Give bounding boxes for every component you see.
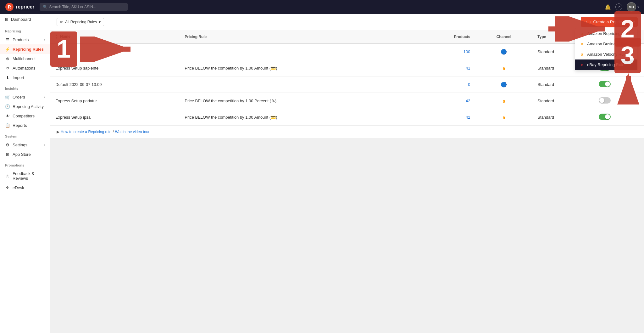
multichannel-icon: ⊕ (5, 56, 10, 61)
dropdown-amazon-business[interactable]: a Amazon Business Rule (575, 39, 637, 49)
row2-channel: a (475, 60, 532, 76)
create-button-group: + + Create a Repricer ▾ a Amazon Reprici… (581, 17, 638, 27)
help-icon[interactable]: ? (615, 3, 622, 10)
row3-channel-icon: 🔵 (501, 82, 507, 87)
row1-name (50, 43, 180, 60)
table-header-row: ▲▼ Name Pricing Rule Products Channel (50, 30, 644, 43)
sidebar-item-repricing-rules[interactable]: ⚡ Repricing Rules (0, 44, 50, 54)
table-row: Express Setup sapiente Price BELOW the c… (50, 60, 644, 76)
dropdown-amazon-velocity[interactable]: a Amazon Velocity Rule (575, 49, 637, 59)
dropdown-amazon-repricing[interactable]: a Amazon Repricing Rule (575, 28, 637, 39)
sidebar-item-competitors[interactable]: 👁 Competitors (0, 111, 50, 121)
row3-status[interactable] (594, 76, 644, 93)
sidebar-item-products[interactable]: ☰ Products › (0, 35, 50, 44)
sidebar-item-orders[interactable]: 🛒 Orders › (0, 92, 50, 102)
svg-text:R: R (8, 4, 11, 9)
avatar-chevron-icon: ▾ (637, 5, 639, 9)
sidebar-section-insights: Insights (0, 82, 50, 92)
footer-video-link[interactable]: Watch the video tour (115, 130, 150, 134)
sidebar-item-edesk[interactable]: ✈ eDesk (0, 183, 50, 192)
row2-type-label: Standard (537, 66, 554, 71)
row5-toggle[interactable] (599, 114, 611, 120)
footer-icon: ▶ (57, 130, 59, 134)
row1-channel-icon: 🔵 (501, 49, 507, 54)
logo: R repricer (5, 3, 35, 11)
table-row: 100 🔵 Standard (50, 43, 644, 60)
row5-name[interactable]: Express Setup ipsa (50, 109, 180, 126)
row5-products-count: 42 (466, 115, 470, 120)
row5-status[interactable] (594, 109, 644, 126)
amazon-business-label: Amazon Business Rule (587, 42, 629, 46)
th-name[interactable]: ▲▼ Name (50, 30, 180, 43)
dashboard-label: Dashboard (11, 17, 31, 22)
row3-name[interactable]: Default 2022-09-07 13:09 (50, 76, 180, 93)
sidebar-item-reports[interactable]: 📋 Reports (0, 121, 50, 130)
row4-name[interactable]: Express Setup pariatur (50, 93, 180, 109)
search-bar[interactable]: 🔍 (40, 3, 128, 11)
sidebar-item-feedback-reviews[interactable]: ☆ Feedback & Reviews (0, 169, 50, 183)
sidebar-item-multichannel[interactable]: ⊕ Multichannel (0, 54, 50, 63)
settings-label: Settings (13, 143, 42, 147)
row4-products-count: 42 (466, 99, 470, 103)
row5-pricing-rule-close: ) (276, 115, 277, 120)
search-input[interactable] (49, 5, 119, 9)
sidebar-item-dashboard[interactable]: ⊞ Dashboard (0, 14, 50, 25)
row4-type-label: Standard (537, 99, 554, 103)
row3-channel: 🔵 (475, 76, 532, 93)
sidebar-item-settings[interactable]: ⚙ Settings › (0, 140, 50, 150)
search-icon: 🔍 (43, 5, 47, 9)
bell-icon[interactable]: 🔔 (605, 4, 611, 10)
sidebar-item-automations[interactable]: ↻ Automations (0, 63, 50, 73)
orders-arrow-icon: › (44, 95, 45, 99)
ebay-repricing-icon: e (580, 63, 585, 67)
row3-toggle[interactable] (599, 81, 611, 87)
edesk-icon: ✈ (5, 185, 10, 190)
app-store-icon: ⊞ (5, 152, 10, 157)
row5-pricing-rule: Price BELOW the competition by 1.00 Amou… (180, 109, 415, 126)
row1-products[interactable]: 100 (415, 43, 475, 60)
row3-products[interactable]: 0 (415, 76, 475, 93)
avatar: MD (627, 2, 636, 12)
row5-products[interactable]: 42 (415, 109, 475, 126)
settings-arrow-icon: › (44, 143, 45, 147)
row4-toggle[interactable] (599, 97, 611, 104)
sidebar-item-import[interactable]: ⬇ Import (0, 73, 50, 82)
row5-type: Standard (532, 109, 593, 126)
sidebar-section-repricing: Repricing (0, 25, 50, 35)
import-label: Import (13, 75, 45, 80)
create-repricer-dropdown-button[interactable]: ▾ (630, 17, 638, 27)
dropdown-ebay-repricing[interactable]: e eBay Repricing Rule (575, 59, 637, 70)
row4-status[interactable] (594, 93, 644, 109)
products-label: Products (13, 37, 42, 42)
create-repricer-button[interactable]: + + Create a Repricer (581, 17, 630, 27)
repricing-rules-table: ▲▼ Name Pricing Rule Products Channel (50, 30, 644, 126)
row3-pricing-rule (180, 76, 415, 93)
row2-name[interactable]: Express Setup sapiente (50, 60, 180, 76)
row1-pricing-rule (180, 43, 415, 60)
filter-button[interactable]: ✏ All Repricing Rules ▾ (57, 18, 104, 26)
products-arrow-icon: › (44, 38, 45, 42)
ebay-repricing-label: eBay Repricing Rule (587, 62, 625, 67)
th-type-label: Type (537, 35, 546, 39)
row4-channel-icon: a (502, 99, 505, 104)
amazon-business-icon: a (580, 42, 585, 46)
row2-products-count: 41 (466, 66, 470, 71)
row2-pricing-rule: Price BELOW the competition by 1.00 Amou… (180, 60, 415, 76)
sidebar-item-app-store[interactable]: ⊞ App Store (0, 150, 50, 159)
orders-label: Orders (13, 95, 42, 99)
layout: ⊞ Dashboard Repricing ☰ Products › ⚡ Rep… (0, 14, 644, 333)
row2-products[interactable]: 41 (415, 60, 475, 76)
amazon-repricing-label: Amazon Repricing Rule (587, 31, 630, 36)
topnav: R repricer 🔍 🔔 ? MD ▾ (0, 0, 644, 14)
row3-type: Standard (532, 76, 593, 93)
products-icon: ☰ (5, 37, 10, 42)
footer-create-link[interactable]: How to create a Repricing rule (61, 130, 111, 134)
import-icon: ⬇ (5, 75, 10, 80)
repricer-logo-icon: R (5, 3, 14, 11)
avatar-dropdown[interactable]: MD ▾ (627, 2, 639, 12)
row4-products[interactable]: 42 (415, 93, 475, 109)
repricing-rules-icon: ⚡ (5, 47, 10, 52)
th-pricing-rule-label: Pricing Rule (185, 35, 207, 39)
orders-icon: 🛒 (5, 94, 10, 99)
sidebar-item-repricing-activity[interactable]: 🕐 Repricing Activity (0, 102, 50, 111)
